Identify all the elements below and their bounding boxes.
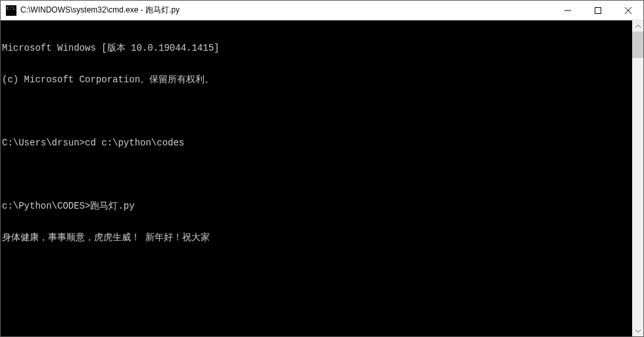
close-button[interactable] (613, 1, 643, 20)
window-controls (553, 1, 643, 20)
window-frame: C:\WINDOWS\system32\cmd.exe - 跑马灯.py (0, 0, 644, 337)
terminal-output[interactable]: Microsoft Windows [版本 10.0.19044.1415] (… (1, 20, 632, 336)
cmd-icon (6, 5, 16, 16)
minimize-button[interactable] (553, 1, 583, 20)
vertical-scrollbar[interactable] (632, 20, 643, 336)
terminal-line (2, 106, 632, 117)
titlebar[interactable]: C:\WINDOWS\system32\cmd.exe - 跑马灯.py (1, 1, 643, 20)
terminal-line: 身体健康，事事顺意，虎虎生威！ 新年好！祝大家 (2, 232, 632, 243)
minimize-icon (564, 7, 571, 14)
terminal-line (2, 169, 632, 180)
terminal-line: C:\Users\drsun>cd c:\python\codes (2, 138, 632, 148)
close-icon (625, 7, 632, 14)
maximize-icon (595, 7, 601, 14)
scrollbar-thumb[interactable] (632, 32, 643, 58)
scrollbar-track[interactable] (632, 32, 643, 325)
client-area: Microsoft Windows [版本 10.0.19044.1415] (… (1, 20, 643, 336)
chevron-down-icon (635, 328, 641, 334)
scrollbar-up-button[interactable] (632, 20, 643, 32)
chevron-up-icon (635, 24, 641, 29)
terminal-line: c:\Python\CODES>跑马灯.py (2, 201, 632, 211)
window-title: C:\WINDOWS\system32\cmd.exe - 跑马灯.py (20, 5, 553, 16)
svg-rect-1 (595, 7, 601, 13)
terminal-line: Microsoft Windows [版本 10.0.19044.1415] (2, 43, 632, 53)
maximize-button[interactable] (583, 1, 613, 20)
terminal-line: (c) Microsoft Corporation。保留所有权利。 (2, 74, 632, 85)
scrollbar-down-button[interactable] (632, 325, 643, 336)
